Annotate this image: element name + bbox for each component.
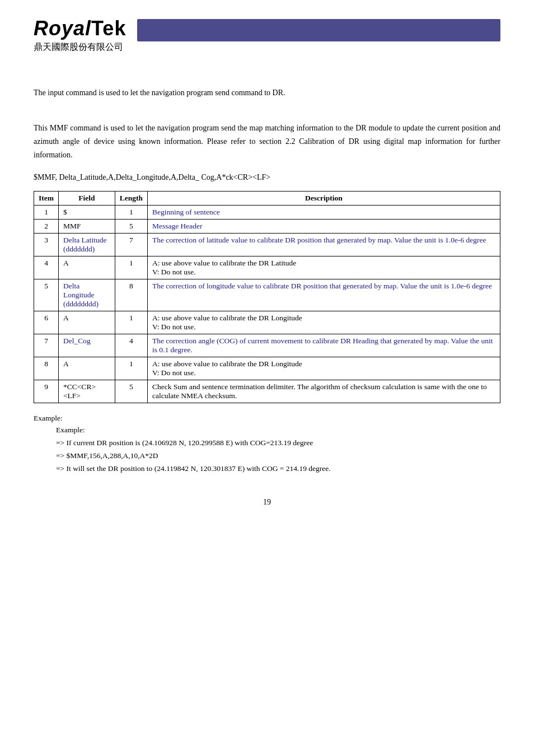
cell-item: 5 <box>34 279 59 311</box>
cell-length: 5 <box>115 219 147 233</box>
cell-length: 1 <box>115 357 147 380</box>
cell-description: Check Sum and sentence termination delim… <box>147 380 500 403</box>
table-row: 8A1A: use above value to calibrate the D… <box>34 357 500 380</box>
example-block: Example: Example:=> If current DR positi… <box>34 412 500 475</box>
logo-royal: Royal <box>34 17 91 40</box>
cell-field: MMF <box>59 219 115 233</box>
col-description: Description <box>147 191 500 205</box>
col-item: Item <box>34 191 59 205</box>
table-row: 9*CC<CR><LF>5Check Sum and sentence term… <box>34 380 500 403</box>
cell-description: Message Header <box>147 219 500 233</box>
cell-length: 1 <box>115 256 147 279</box>
cell-field: A <box>59 357 115 380</box>
cell-length: 5 <box>115 380 147 403</box>
cell-item: 9 <box>34 380 59 403</box>
section-desc: This MMF command is used to let the navi… <box>34 122 500 161</box>
cell-description: The correction angle (COG) of current mo… <box>147 334 500 357</box>
cell-description: A: use above value to calibrate the DR L… <box>147 256 500 279</box>
cell-field: $ <box>59 205 115 219</box>
table-header-row: Item Field Length Description <box>34 191 500 205</box>
col-length: Length <box>115 191 147 205</box>
cell-description: Beginning of sentence <box>147 205 500 219</box>
cell-length: 1 <box>115 311 147 334</box>
example-line: => If current DR position is (24.106928 … <box>56 437 500 450</box>
cell-description: A: use above value to calibrate the DR L… <box>147 311 500 334</box>
example-line: Example: <box>56 424 500 437</box>
example-line: => $MMF,156,A,288,A,10,A*2D <box>56 450 500 463</box>
intro-text: The input command is used to let the nav… <box>34 87 500 99</box>
command-line: $MMF, Delta_Latitude,A,Delta_Longitude,A… <box>34 173 500 182</box>
cell-item: 8 <box>34 357 59 380</box>
cell-item: 6 <box>34 311 59 334</box>
cell-field: A <box>59 256 115 279</box>
page: RoyalTek 鼎天國際股份有限公司 The input command is… <box>0 0 534 756</box>
page-number: 19 <box>34 498 500 507</box>
intro-paragraph: The input command is used to let the nav… <box>34 88 285 97</box>
cell-description: The correction of longitude value to cal… <box>147 279 500 311</box>
example-line: => It will set the DR position to (24.11… <box>56 463 500 475</box>
cell-description: A: use above value to calibrate the DR L… <box>147 357 500 380</box>
cell-description: The correction of latitude value to cali… <box>147 233 500 256</box>
cell-item: 4 <box>34 256 59 279</box>
cell-item: 2 <box>34 219 59 233</box>
table-row: 7Del_Cog4The correction angle (COG) of c… <box>34 334 500 357</box>
logo-royaltek: RoyalTek <box>34 17 126 40</box>
cell-length: 7 <box>115 233 147 256</box>
table-row: 6A1A: use above value to calibrate the D… <box>34 311 500 334</box>
logo-block: RoyalTek 鼎天國際股份有限公司 <box>34 17 126 53</box>
cell-field: Del_Cog <box>59 334 115 357</box>
cell-length: 1 <box>115 205 147 219</box>
cell-item: 1 <box>34 205 59 219</box>
cell-length: 4 <box>115 334 147 357</box>
cell-field: *CC<CR><LF> <box>59 380 115 403</box>
cell-field: Delta Longitude(dddddddd) <box>59 279 115 311</box>
example-content: Example:=> If current DR position is (24… <box>56 424 500 475</box>
example-label: Example: <box>34 414 63 422</box>
cell-length: 8 <box>115 279 147 311</box>
table-row: 4A1A: use above value to calibrate the D… <box>34 256 500 279</box>
logo-chinese: 鼎天國際股份有限公司 <box>34 41 126 53</box>
table-row: 5Delta Longitude(dddddddd)8The correctio… <box>34 279 500 311</box>
table-row: 1$1Beginning of sentence <box>34 205 500 219</box>
cell-item: 3 <box>34 233 59 256</box>
cell-field: A <box>59 311 115 334</box>
col-field: Field <box>59 191 115 205</box>
header-bar <box>137 19 500 41</box>
cell-field: Delta Latitude(ddddddd) <box>59 233 115 256</box>
cell-item: 7 <box>34 334 59 357</box>
table-row: 2MMF5Message Header <box>34 219 500 233</box>
data-table: Item Field Length Description 1$1Beginni… <box>34 191 500 403</box>
logo-tek: Tek <box>91 17 126 40</box>
header: RoyalTek 鼎天國際股份有限公司 <box>34 17 500 53</box>
table-row: 3Delta Latitude(ddddddd)7The correction … <box>34 233 500 256</box>
